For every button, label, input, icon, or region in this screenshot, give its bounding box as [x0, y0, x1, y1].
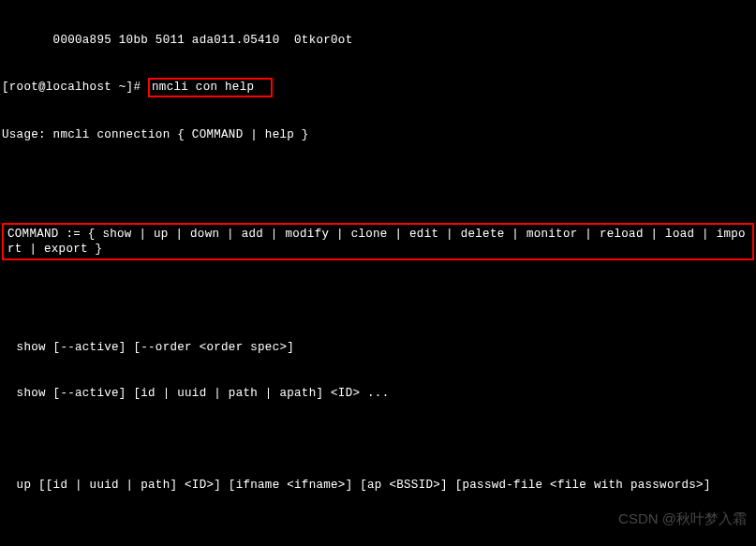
blank-line — [2, 432, 754, 447]
usage-line: Usage: nmcli connection { COMMAND | help… — [2, 127, 754, 142]
highlighted-command-def: COMMAND := { show | up | down | add | mo… — [2, 223, 754, 261]
blank-line — [2, 523, 754, 538]
prompt-line-1: [root@localhost ~]# nmcli con help — [2, 78, 754, 96]
highlighted-command: nmcli con help — [148, 78, 273, 96]
shell-prompt: [root@localhost ~]# — [2, 80, 148, 95]
blank-line — [2, 173, 754, 188]
terminal-output[interactable]: 0000a895 10bb 5011 ada011.05410 0tkor0ot… — [2, 2, 754, 546]
show-syntax-1: show [--active] [--order <order spec>] — [2, 340, 754, 355]
up-syntax: up [[id | uuid | path] <ID>] [ifname <if… — [2, 478, 754, 493]
top-fragment-line: 0000a895 10bb 5011 ada011.05410 0tkor0ot — [2, 33, 754, 48]
blank-line — [2, 295, 754, 310]
show-syntax-2: show [--active] [id | uuid | path | apat… — [2, 386, 754, 401]
